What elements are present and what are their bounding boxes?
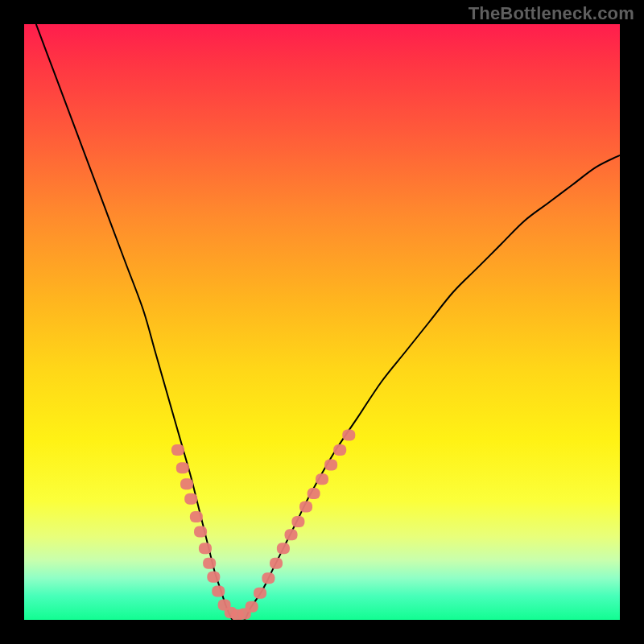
svg-rect-4: [190, 511, 203, 522]
highlight-marker: [184, 493, 197, 505]
highlight-marker: [342, 430, 355, 441]
highlight-marker: [171, 444, 184, 456]
svg-rect-14: [246, 601, 258, 613]
svg-rect-3: [184, 493, 197, 505]
svg-rect-22: [308, 488, 320, 499]
svg-rect-17: [270, 558, 283, 569]
watermark-text: TheBottleneck.com: [469, 3, 634, 24]
highlight-marker: [285, 529, 298, 540]
highlight-marker: [291, 516, 304, 527]
highlight-marker: [254, 588, 266, 599]
highlight-marker: [316, 473, 328, 485]
svg-rect-9: [212, 585, 225, 597]
svg-rect-25: [333, 444, 346, 456]
highlight-marker: [190, 511, 203, 522]
highlight-marker: [176, 462, 189, 473]
plot-area: [24, 24, 620, 620]
highlight-marker: [308, 488, 320, 499]
svg-rect-24: [324, 460, 337, 471]
bottleneck-curve: [36, 24, 620, 620]
highlight-marker: [333, 444, 346, 456]
chart-frame: TheBottleneck.com: [0, 0, 644, 644]
svg-rect-20: [291, 516, 304, 527]
svg-rect-1: [176, 462, 189, 473]
svg-rect-15: [254, 588, 266, 599]
curve-layer: [24, 24, 620, 620]
svg-rect-16: [262, 572, 275, 584]
svg-rect-26: [342, 430, 355, 441]
svg-rect-6: [199, 543, 212, 554]
highlight-marker: [262, 572, 275, 584]
highlight-marker: [212, 585, 225, 597]
svg-rect-0: [171, 444, 184, 456]
highlight-marker: [199, 543, 212, 554]
svg-rect-8: [207, 572, 220, 583]
highlight-marker: [277, 543, 290, 554]
highlight-marker: [194, 526, 207, 537]
highlight-marker: [180, 478, 193, 489]
highlight-marker: [299, 501, 312, 512]
svg-rect-2: [180, 478, 193, 489]
svg-rect-18: [277, 543, 290, 554]
svg-rect-19: [285, 529, 298, 540]
svg-rect-23: [316, 473, 328, 485]
highlight-marker: [246, 601, 258, 613]
highlight-marker: [324, 460, 337, 471]
svg-rect-7: [203, 558, 216, 569]
svg-rect-21: [299, 501, 312, 512]
highlight-marker: [207, 572, 220, 583]
highlight-marker: [270, 558, 283, 569]
highlight-marker: [203, 558, 216, 569]
svg-rect-5: [194, 526, 207, 537]
